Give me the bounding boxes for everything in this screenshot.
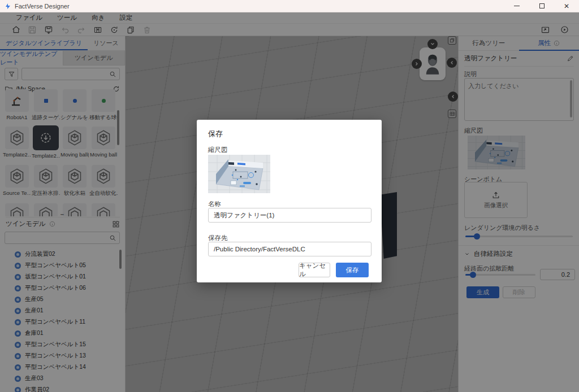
save-thumbnail bbox=[208, 155, 270, 193]
save-dialog: 保存 縮尺図 名称 保存先 キ bbox=[197, 120, 382, 282]
save-path-label: 保存先 bbox=[208, 234, 228, 242]
thumbnail-label: 縮尺図 bbox=[208, 146, 228, 154]
maximize-button[interactable] bbox=[529, 0, 554, 12]
dialog-title: 保存 bbox=[208, 129, 223, 139]
minimize-button[interactable] bbox=[504, 0, 529, 12]
name-label: 名称 bbox=[208, 200, 221, 208]
app-window: FactVerse Designer ✕ ファイルツール向き設定 デジタルツイン… bbox=[0, 0, 579, 392]
save-button[interactable]: 保存 bbox=[336, 263, 369, 277]
title-bar: FactVerse Designer ✕ bbox=[0, 0, 579, 12]
save-path-input[interactable] bbox=[208, 242, 371, 256]
name-input[interactable] bbox=[208, 208, 371, 223]
app-logo-icon bbox=[5, 3, 11, 10]
close-button[interactable]: ✕ bbox=[554, 0, 579, 12]
app-title: FactVerse Designer bbox=[15, 3, 70, 10]
cancel-button[interactable]: キャンセル bbox=[299, 263, 330, 277]
